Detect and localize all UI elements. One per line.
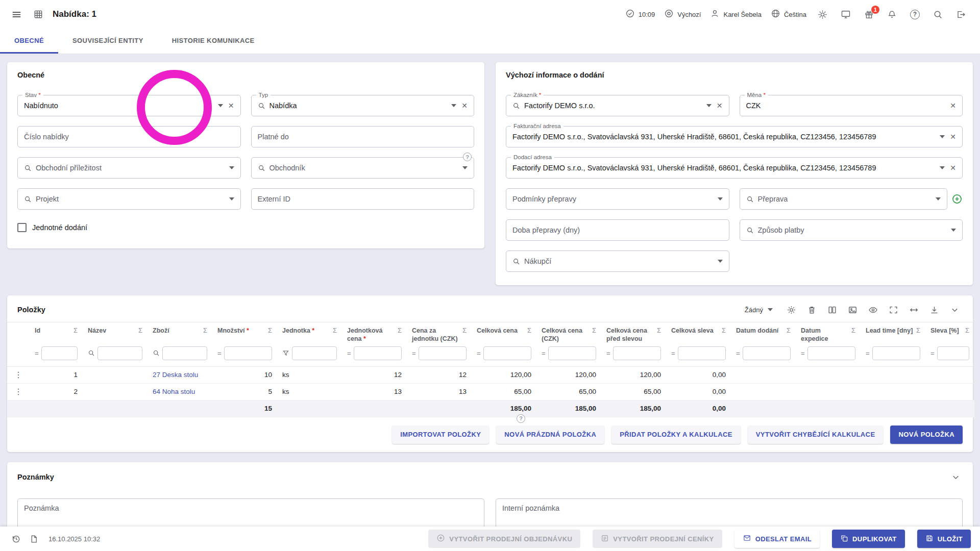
theme-toggle-button[interactable] <box>816 8 829 21</box>
item-link[interactable]: 27 Deska stolu <box>153 371 198 379</box>
doba-prepravy-input[interactable] <box>512 226 723 234</box>
column-header[interactable]: Sleva [%]Σ <box>925 322 974 343</box>
chevron-down-icon[interactable] <box>939 166 945 169</box>
import-items-button[interactable]: IMPORTOVAT POLOŽKY <box>392 425 489 444</box>
chevron-down-icon[interactable] <box>717 260 723 263</box>
row-menu-icon[interactable]: ⋮ <box>14 370 22 379</box>
notes-collapse-button[interactable] <box>949 470 963 484</box>
interni-poznamka-input[interactable] <box>502 504 956 530</box>
show-images-button[interactable] <box>844 303 861 317</box>
column-filter-input[interactable] <box>678 346 726 360</box>
column-filter-input[interactable] <box>483 346 531 360</box>
podminky-prepravy-field[interactable]: Podmínky přepravy <box>506 188 729 210</box>
column-filter-input[interactable] <box>743 346 791 360</box>
sum-icon[interactable]: Σ <box>592 327 596 335</box>
column-filter-input[interactable] <box>807 346 855 360</box>
column-header[interactable]: Jednotka *Σ <box>277 322 342 343</box>
obchodni-prilezitost-field[interactable]: Obchodní příležitost <box>17 157 241 179</box>
sum-icon[interactable]: Σ <box>722 327 726 335</box>
sum-icon[interactable]: Σ <box>203 327 207 335</box>
chevron-down-icon[interactable] <box>228 166 234 169</box>
equals-filter-icon[interactable]: = <box>477 349 481 357</box>
chevron-down-icon[interactable] <box>939 135 945 138</box>
column-header[interactable]: Datum dodáníΣ <box>731 322 796 343</box>
equals-filter-icon[interactable]: = <box>542 349 546 357</box>
profile-selector[interactable]: Výchozí <box>664 9 701 20</box>
notifications-button[interactable] <box>885 8 899 21</box>
column-header[interactable]: IdΣ <box>30 322 83 343</box>
help-button[interactable]: ? <box>908 8 922 21</box>
help-icon[interactable]: ? <box>517 414 525 423</box>
zpusob-platby-field[interactable]: Způsob platby <box>740 219 963 241</box>
clear-icon[interactable]: ✕ <box>949 102 956 109</box>
clear-icon[interactable]: ✕ <box>949 133 956 140</box>
user-menu[interactable]: Karel Šebela <box>710 9 761 20</box>
search-button[interactable] <box>931 8 945 21</box>
obchodnik-field[interactable]: Obchodník <box>251 157 475 179</box>
chevron-down-icon[interactable] <box>450 104 456 107</box>
column-filter-input[interactable] <box>41 346 78 360</box>
fakturacni-adresa-field[interactable]: Fakturační adresa Factorify DEMO s.r.o.,… <box>506 126 963 147</box>
column-filter-input[interactable] <box>162 346 207 360</box>
preprava-field[interactable]: Přeprava <box>740 188 948 210</box>
language-selector[interactable]: Čeština <box>771 9 806 20</box>
equals-filter-icon[interactable]: = <box>736 349 740 357</box>
chevron-down-icon[interactable] <box>950 229 956 232</box>
column-header[interactable]: Datum expediceΣ <box>796 322 861 343</box>
resize-columns-button[interactable] <box>905 303 922 317</box>
sum-icon[interactable]: Σ <box>657 327 661 335</box>
sum-icon[interactable]: Σ <box>916 327 920 335</box>
clear-icon[interactable]: ✕ <box>460 102 468 109</box>
zakaznik-field[interactable]: Zákazník * Factorify DEMO s.r.o. ✕ <box>506 95 729 116</box>
column-header[interactable]: Celková cena (CZK)Σ <box>536 322 601 343</box>
equals-filter-icon[interactable]: = <box>606 349 610 357</box>
clear-icon[interactable]: ✕ <box>716 102 723 109</box>
externi-id-input[interactable] <box>258 195 468 203</box>
delete-rows-button[interactable] <box>803 303 820 317</box>
column-filter-input[interactable] <box>613 346 661 360</box>
column-header[interactable]: Celková slevaΣ <box>666 322 731 343</box>
platne-do-input[interactable] <box>258 133 468 141</box>
column-header[interactable]: Lead time [dny]Σ <box>861 322 925 343</box>
create-missing-calculations-button[interactable]: VYTVOŘIT CHYBĚJÍCÍ KALKULACE <box>748 425 884 444</box>
sum-icon[interactable]: Σ <box>138 327 142 335</box>
menu-button[interactable] <box>9 7 24 22</box>
sum-icon[interactable]: Σ <box>462 327 467 335</box>
sum-icon[interactable]: Σ <box>74 327 78 335</box>
stav-field[interactable]: Stav * Nabídnuto ✕ <box>17 95 241 116</box>
column-header[interactable]: Celková cenaΣ <box>472 322 536 343</box>
fit-screen-button[interactable] <box>885 303 901 317</box>
history-button[interactable] <box>9 532 23 546</box>
equals-filter-icon[interactable]: = <box>801 349 805 357</box>
chevron-down-icon[interactable] <box>935 197 941 201</box>
split-view-button[interactable] <box>824 303 840 317</box>
column-filter-input[interactable] <box>224 346 272 360</box>
tab-obecne[interactable]: OBECNÉ <box>0 29 58 54</box>
equals-filter-icon[interactable]: = <box>866 349 870 357</box>
column-header[interactable]: Množství *Σ <box>212 322 277 343</box>
save-button[interactable]: ULOŽIT <box>917 530 971 548</box>
chevron-down-icon[interactable] <box>217 104 223 107</box>
nakupci-field[interactable]: Nákupčí <box>506 251 729 272</box>
logout-button[interactable] <box>954 8 968 21</box>
column-filter-input[interactable] <box>354 346 402 360</box>
new-empty-item-button[interactable]: NOVÁ PRÁZDNÁ POLOŽKA <box>496 425 604 444</box>
item-link[interactable]: 64 Noha stolu <box>153 388 195 395</box>
help-icon[interactable]: ? <box>463 153 472 161</box>
column-header[interactable]: NázevΣ <box>83 322 148 343</box>
sum-icon[interactable]: Σ <box>787 327 791 335</box>
chevron-down-icon[interactable] <box>461 166 468 169</box>
group-by-select[interactable]: Žádný <box>745 306 773 314</box>
equals-filter-icon[interactable]: = <box>217 349 222 357</box>
row-menu-icon[interactable]: ⋮ <box>14 387 22 396</box>
column-header[interactable]: Celková cena před slevouΣ <box>601 322 666 343</box>
equals-filter-icon[interactable]: = <box>347 349 351 357</box>
projekt-field[interactable]: Projekt <box>17 188 241 210</box>
clear-icon[interactable]: ✕ <box>949 164 956 171</box>
new-item-button[interactable]: NOVÁ POLOŽKA <box>890 425 963 444</box>
changes-log-button[interactable] <box>27 532 40 546</box>
sum-icon[interactable]: Σ <box>965 327 969 335</box>
dodaci-adresa-field[interactable]: Dodací adresa Factorify DEMO s.r.o., Sva… <box>506 157 963 179</box>
column-filter-input[interactable] <box>937 346 969 360</box>
sum-icon[interactable]: Σ <box>268 327 272 335</box>
